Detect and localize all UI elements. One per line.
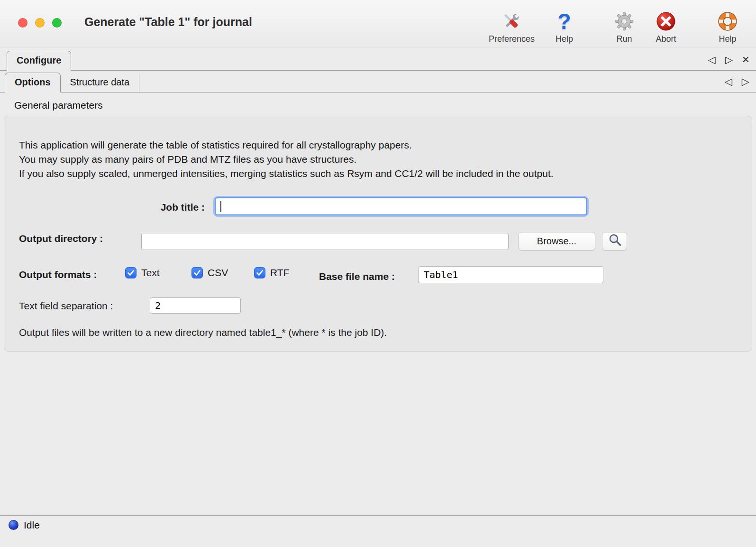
abort-button[interactable]: Abort (656, 10, 676, 44)
output-formats-label: Output formats : (19, 269, 97, 280)
magnifier-icon (608, 233, 622, 250)
output-directory-label: Output directory : (19, 233, 103, 244)
toolbar-label: Preferences (489, 34, 535, 44)
preferences-button[interactable]: Preferences (489, 10, 535, 44)
toolbar-label: Help (719, 34, 736, 44)
checkbox-text-box[interactable] (125, 267, 137, 278)
status-text: Idle (24, 519, 40, 531)
section-title: General parameters (14, 100, 756, 111)
lifebuoy-icon (717, 10, 738, 33)
checkbox-text[interactable]: Text (125, 267, 160, 278)
description-text: This application will generate the table… (19, 138, 554, 181)
output-directory-input[interactable] (141, 233, 509, 250)
subtab-nav-back-icon[interactable]: ◁ (725, 76, 732, 86)
job-title-input[interactable] (215, 197, 587, 215)
description-line: If you also supply scaled, unmerged inte… (19, 167, 554, 181)
check-icon (256, 269, 264, 277)
help-right-button[interactable]: Help (717, 10, 738, 44)
tab-structure-data[interactable]: Structure data (61, 73, 140, 92)
text-caret (220, 201, 221, 212)
toolbar-label: Abort (656, 34, 676, 44)
checkbox-rtf-box[interactable] (254, 267, 265, 278)
check-icon (127, 269, 135, 277)
base-file-name-input[interactable] (419, 266, 603, 283)
tab-close-icon[interactable]: × (742, 55, 749, 65)
tab-options[interactable]: Options (5, 73, 61, 93)
description-line: This application will generate the table… (19, 138, 554, 152)
toolbar-label: Help (556, 34, 573, 44)
check-icon (193, 269, 201, 277)
checkbox-rtf[interactable]: RTF (254, 267, 289, 278)
job-title-label: Job title : (4, 202, 205, 213)
output-note: Output files will be written to a new di… (19, 327, 387, 338)
window-title: Generate "Table 1" for journal (84, 15, 252, 29)
outer-tabstrip: Configure ◁ ▷ × (0, 47, 756, 71)
gear-icon (614, 10, 635, 33)
checkbox-csv[interactable]: CSV (191, 267, 228, 278)
checkbox-csv-label: CSV (208, 267, 228, 278)
tools-icon (501, 10, 522, 33)
text-field-separation-label: Text field separation : (19, 300, 113, 312)
traffic-lights (18, 18, 62, 28)
inner-tab-nav: ◁ ▷ (725, 76, 749, 92)
base-file-name-label: Base file name : (319, 271, 395, 282)
search-directory-button[interactable] (602, 232, 627, 250)
checkbox-text-label: Text (141, 267, 160, 278)
question-icon: ? (557, 10, 571, 33)
toolbar-label: Run (616, 34, 632, 44)
outer-tab-nav: ◁ ▷ × (708, 55, 750, 70)
toolbar: Preferences ? Help (489, 10, 738, 44)
tab-nav-forward-icon[interactable]: ▷ (725, 55, 733, 65)
app-window: Generate "Table 1" for journal (0, 0, 756, 547)
subtab-nav-forward-icon[interactable]: ▷ (742, 76, 749, 86)
status-sphere-icon (9, 520, 18, 530)
minimize-window-button[interactable] (35, 18, 45, 28)
browse-button[interactable]: Browse... (518, 232, 595, 250)
tab-configure[interactable]: Configure (7, 51, 71, 71)
close-window-button[interactable] (18, 18, 27, 28)
zoom-window-button[interactable] (52, 18, 62, 28)
checkbox-rtf-label: RTF (270, 267, 289, 278)
text-field-separation-input[interactable] (150, 297, 241, 314)
checkbox-csv-box[interactable] (191, 267, 203, 278)
help-button[interactable]: ? Help (556, 10, 573, 44)
statusbar: Idle (0, 515, 756, 547)
general-parameters-panel: This application will generate the table… (4, 116, 752, 352)
inner-tabstrip: Options Structure data ◁ ▷ (0, 71, 756, 93)
tab-nav-back-icon[interactable]: ◁ (708, 55, 716, 65)
abort-icon (656, 10, 676, 33)
description-line: You may supply as many pairs of PDB and … (19, 152, 554, 167)
run-button[interactable]: Run (614, 10, 635, 44)
titlebar: Generate "Table 1" for journal (0, 0, 756, 47)
